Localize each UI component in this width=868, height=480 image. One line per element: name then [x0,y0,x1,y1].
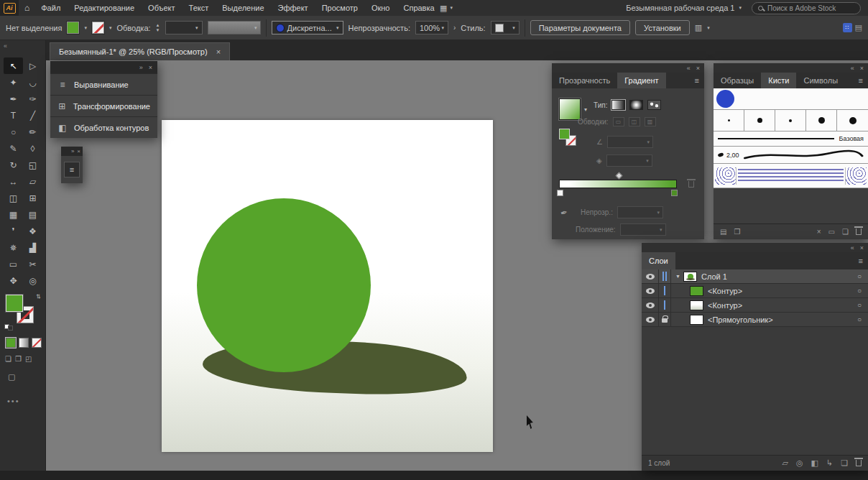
rotate-tool[interactable]: ↻ [4,157,23,173]
home-icon[interactable]: ⌂ [24,3,29,13]
draw-normal-icon[interactable]: ❏ [5,355,11,363]
libraries-dock-icon[interactable]: ∷ [843,23,852,32]
angle-select[interactable]: ▾ [607,136,653,148]
collect-export-icon[interactable]: ▱ [782,458,788,468]
menu-item-6[interactable]: Эффект [278,4,308,12]
green-circle-shape[interactable] [197,198,371,372]
layer-thumbnail[interactable] [683,272,697,282]
tab-gradient[interactable]: Градиент [617,73,665,88]
layer-name[interactable]: <Прямоугольник> [708,315,773,324]
artboard-tool[interactable]: ▭ [4,256,23,272]
remove-brush-stroke-icon[interactable]: × [817,228,821,236]
menu-item-2[interactable]: Редактирование [74,4,134,12]
stroke-color-swatch[interactable] [92,22,104,34]
stroke-within-icon[interactable]: ▭ [613,117,624,126]
close-icon[interactable]: × [149,64,152,71]
target-circle-icon[interactable]: ○ [857,287,862,295]
layer-edit-column[interactable] [659,284,671,297]
align-panel-item[interactable]: ≡ Выравнивание [50,73,157,95]
layer-row[interactable]: <Прямоугольник> ○ [642,313,868,327]
gradient-midpoint[interactable] [616,172,623,180]
lasso-tool[interactable]: ◡ [23,74,42,91]
scale-tool[interactable]: ◱ [23,157,42,173]
pencil-tool[interactable]: ✎ [4,140,23,157]
stroke-weight-stepper[interactable]: ▲▼ [156,23,160,32]
selection-tool[interactable]: ↖ [4,57,23,74]
target-circle-icon[interactable]: ○ [857,315,862,323]
pattern-brush-item[interactable] [714,164,868,188]
eraser-tool[interactable]: ◊ [23,140,42,157]
arrange-documents-control[interactable]: ▦ ▾ [440,0,453,16]
tab-layers[interactable]: Слои [642,252,675,269]
brush-libraries-icon[interactable]: ▤ [720,228,726,236]
layer-thumbnail[interactable] [690,300,703,310]
perspective-grid-tool[interactable]: ⊞ [23,190,42,206]
edit-toolbar-icon[interactable]: ••• [7,397,20,405]
layer-row[interactable]: <Контур> ○ [642,284,868,298]
new-sublayer-icon[interactable]: ↳ [826,458,833,468]
gradient-fill-swatch[interactable] [559,129,570,139]
none-button[interactable] [32,338,42,348]
visibility-toggle[interactable] [642,284,659,297]
layer-row[interactable]: ▼ Слой 1 ○ [642,269,868,284]
fill-color-swatch[interactable] [67,22,79,34]
color-button[interactable] [6,338,16,348]
close-icon[interactable]: × [216,47,221,56]
collapse-panel-icon[interactable]: « [851,244,854,251]
default-fill-stroke-icon[interactable] [4,324,13,331]
collapsed-panel-icon[interactable]: ≡ [64,162,80,177]
chevron-down-icon[interactable]: ▾ [84,25,87,31]
opacity-input[interactable]: 100% ▾ [415,21,448,34]
calligraphic-brush-3[interactable] [775,110,806,131]
tab-brushes[interactable]: Кисти [761,73,796,88]
style-select[interactable]: ▾ [491,21,520,34]
variable-width-profile-select[interactable]: ▾ [208,21,261,34]
collapse-panel-icon[interactable]: « [851,65,854,72]
paintbrush-tool[interactable]: ✏ [23,124,42,140]
gradient-button[interactable] [19,338,29,348]
calligraphic-brush-5[interactable] [837,110,868,131]
tab-transparency[interactable]: Прозрачность [552,73,617,88]
collapse-panel-icon[interactable]: « [687,65,691,72]
tab-symbols[interactable]: Символы [796,73,845,88]
document-tab[interactable]: Безымянный-1* @ 25% (RGB/Просмотр) × [50,42,230,60]
stock-search-input[interactable]: Поиск в Adobe Stock [752,2,861,14]
new-brush-icon[interactable]: ❏ [842,228,849,236]
close-icon[interactable]: × [77,148,80,154]
ellipse-tool[interactable]: ○ [4,124,23,140]
screen-mode-icon[interactable]: ▢ [8,372,15,382]
libraries-panel-icon[interactable]: ❐ [734,228,740,236]
brush-definition-select[interactable]: Дискретна... ▾ [272,21,343,34]
menu-item-8[interactable]: Окно [371,4,390,12]
chevron-down-icon[interactable]: ▾ [109,25,112,31]
radial-gradient-button[interactable] [629,100,643,110]
workspace-switcher[interactable]: Безымянная рабочая среда 1 ▾ [626,4,742,12]
gradient-slider[interactable] [559,180,677,188]
visibility-toggle[interactable] [642,313,659,326]
artboard[interactable] [162,120,493,452]
scatter-brush-item[interactable] [714,88,868,110]
delete-layer-icon[interactable] [856,460,862,466]
expand-panel-icon[interactable]: » [139,64,143,71]
panel-menu-icon[interactable]: ≡ [859,257,868,265]
close-icon[interactable]: × [860,65,864,72]
type-tool[interactable]: T [4,107,23,124]
shape-builder-tool[interactable]: ◫ [4,190,23,206]
stop-position-select[interactable]: ▾ [620,223,666,236]
expand-panel-icon[interactable]: » [71,148,74,154]
slice-tool[interactable]: ✂ [23,256,42,272]
target-circle-icon[interactable]: ○ [857,272,862,280]
aspect-ratio-select[interactable]: ▾ [606,154,652,167]
free-transform-tool[interactable]: ▱ [23,173,42,190]
chevron-right-icon[interactable]: › [453,24,456,32]
line-segment-tool[interactable]: ╱ [23,107,42,124]
stop-opacity-select[interactable]: ▾ [617,206,663,218]
transform-panel-item[interactable]: ⊞ Трансформирование [50,95,157,116]
blend-tool[interactable]: ❖ [23,223,42,239]
delete-brush-icon[interactable] [856,229,862,235]
curvature-tool[interactable]: ✑ [23,91,42,107]
column-graph-tool[interactable]: ▟ [23,239,42,256]
menu-item-4[interactable]: Текст [189,4,209,12]
draw-inside-icon[interactable]: ◰ [25,355,32,363]
illustrator-logo[interactable]: Ai [0,0,19,16]
